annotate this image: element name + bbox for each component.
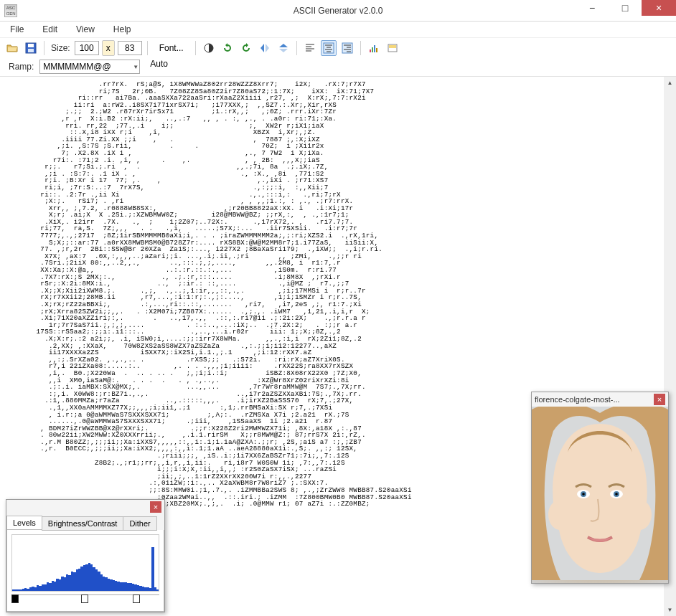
menu-bar: File Edit View Help: [0, 22, 676, 37]
ramp-label: Ramp:: [9, 62, 34, 72]
close-button[interactable]: ×: [642, 0, 676, 16]
levels-close-button[interactable]: ×: [150, 501, 161, 513]
ramp-input[interactable]: [39, 60, 140, 74]
menu-help[interactable]: Help: [111, 23, 134, 36]
shadow-handle[interactable]: [11, 594, 19, 603]
auto-button[interactable]: Auto: [143, 59, 175, 75]
window-title: ASCII Generator v2.0.0: [0, 6, 676, 16]
app-icon: ASC GEN: [4, 4, 17, 17]
height-input[interactable]: [118, 41, 142, 55]
svg-rect-2: [28, 49, 34, 52]
window-titlebar: ASC GEN ASCII Generator v2.0.0 − □ ×: [0, 0, 676, 22]
preview-close-button[interactable]: ×: [654, 394, 665, 405]
tab-dither[interactable]: Dither: [123, 516, 156, 531]
rotate-cw-icon[interactable]: [238, 40, 254, 56]
tab-levels[interactable]: Levels: [6, 516, 42, 530]
histogram-icon[interactable]: [366, 40, 382, 56]
svg-rect-9: [376, 48, 377, 52]
levels-slider[interactable]: [11, 594, 159, 606]
invert-icon[interactable]: [201, 40, 217, 56]
ramp-row: Ramp: ▼ Auto: [0, 57, 676, 76]
swatch-icon[interactable]: [385, 40, 400, 56]
size-label: Size:: [51, 43, 70, 53]
scroll-down-icon[interactable]: ▼: [664, 604, 676, 616]
menu-file[interactable]: File: [7, 23, 27, 36]
svg-point-18: [615, 493, 618, 496]
save-icon[interactable]: [23, 40, 39, 56]
highlight-handle[interactable]: [133, 594, 140, 603]
scroll-up-icon[interactable]: ▲: [664, 77, 676, 89]
midtone-handle[interactable]: [81, 594, 88, 603]
svg-rect-1: [28, 44, 34, 47]
rotate-ccw-icon[interactable]: [220, 40, 235, 56]
svg-rect-8: [374, 45, 375, 52]
align-center-icon[interactable]: [321, 40, 337, 56]
flip-horizontal-icon[interactable]: [257, 40, 273, 56]
tab-brightness-contrast[interactable]: Brightness/Contrast: [42, 516, 124, 531]
preview-title: florence-colgate-most-...: [535, 395, 620, 404]
minimize-button[interactable]: −: [576, 0, 609, 16]
svg-point-17: [582, 493, 585, 496]
lock-aspect-button[interactable]: x: [102, 40, 115, 56]
maximize-button[interactable]: □: [609, 0, 642, 16]
flip-vertical-icon[interactable]: [276, 40, 291, 56]
svg-rect-11: [389, 45, 396, 48]
align-left-icon[interactable]: [302, 40, 318, 56]
open-icon[interactable]: [4, 40, 20, 56]
menu-view[interactable]: View: [73, 23, 98, 36]
font-button[interactable]: Font...: [153, 40, 190, 56]
preview-panel: florence-colgate-most-... ×: [531, 392, 669, 584]
histogram: [11, 534, 159, 592]
menu-edit[interactable]: Edit: [39, 23, 60, 36]
svg-rect-6: [370, 49, 371, 52]
preview-image: [532, 407, 668, 583]
levels-panel: × Levels Brightness/Contrast Dither: [6, 499, 165, 612]
width-input[interactable]: [75, 41, 99, 55]
toolbar: Size: x Font...: [0, 37, 676, 57]
svg-rect-7: [372, 47, 373, 52]
align-right-icon[interactable]: [339, 40, 355, 56]
